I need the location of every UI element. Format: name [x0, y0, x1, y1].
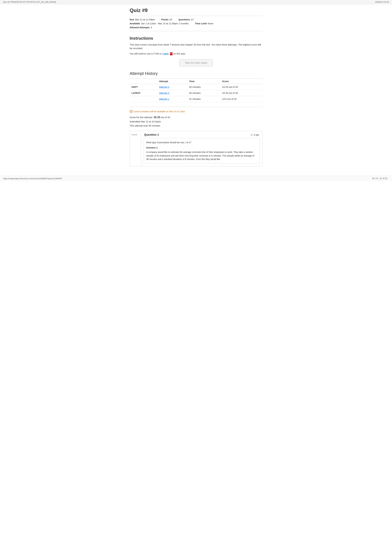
col-header-time: Time: [187, 78, 220, 84]
scenario-text: A company would like to estimate the ave…: [146, 150, 257, 161]
submitted-text: Submitted Mar 12 at 10:32pm: [130, 119, 262, 124]
score-line: Score for this attempt: 16.33 out of 20: [130, 115, 262, 120]
correct-answers-notice: ℹ Correct answers will be available on M…: [130, 110, 262, 113]
questions-value: 27: [191, 18, 194, 21]
time-limit-info: Time Limit None: [195, 22, 213, 25]
main-content: Quiz #9 Due Mar 12 at 11:59pm Points 20 …: [125, 4, 267, 173]
due-value: Mar 12 at 11:59pm: [135, 18, 155, 21]
browser-top-bar: Quiz #9: PRINCIPLES OF STATISTICS (ST_20…: [0, 0, 392, 4]
take-quiz-again-button[interactable]: Take the Quiz Again: [180, 59, 212, 66]
score-value: 16.33: [154, 116, 160, 119]
col-header-score: Score: [220, 78, 262, 84]
notice-area: ℹ Correct answers will be available on M…: [130, 107, 262, 128]
score-info: Score for this attempt: 16.33 out of 20 …: [130, 115, 262, 128]
due-label: Due: [130, 18, 134, 21]
question-header: Question 1 1 / 2 pts: [141, 131, 262, 138]
attempt-link-kept[interactable]: Attempt 2: [159, 86, 169, 88]
time-limit-value: None: [208, 22, 213, 25]
attempt-time-text: This attempt took 30 minutes.: [130, 124, 262, 128]
tab-title: Quiz #9: PRINCIPLES OF STATISTICS (ST_20…: [3, 1, 56, 3]
allowed-attempts-value: 3: [151, 26, 152, 29]
bottom-bar: https://oregonstate.instructure.com/cour…: [0, 176, 392, 181]
attempt-link-1[interactable]: Attempt 1: [159, 97, 169, 100]
bottom-url: https://oregonstate.instructure.com/cour…: [3, 178, 62, 180]
question-1-card: Partial Question 1 1 / 2 pts What type o…: [130, 131, 262, 166]
ttable-suffix: on this quiz.: [173, 52, 186, 55]
instructions-paragraph: This Quiz covers concepts from week 7 le…: [130, 43, 262, 50]
questions-label: Questions: [178, 18, 190, 21]
row-label-kept: KEPT: [130, 84, 157, 90]
info-circle-icon: ℹ: [130, 110, 133, 113]
score-suffix-text: out of 20: [161, 116, 170, 119]
points-value: 20: [169, 18, 172, 21]
bottom-page-info: 第 1 页（共 18 页）: [372, 177, 389, 180]
points-info: Points 20: [161, 18, 172, 21]
question-prompt: What type of procedure should we use, t …: [146, 141, 257, 144]
time-limit-label: Time Limit: [195, 22, 207, 25]
question-content: Question 1 1 / 2 pts What type of proced…: [141, 131, 262, 166]
info-row-1: Due Mar 12 at 11:59pm Points 20 Question…: [130, 18, 262, 21]
available-suffix: 2 months: [179, 22, 189, 25]
table-row: LATEST Attempt 2 30 minutes 16.33 out of…: [130, 90, 262, 96]
timestamp: 2018/3/12 22:33: [375, 1, 389, 3]
col-header-1: [130, 78, 157, 84]
allowed-attempts-info: Allowed Attempts 3: [130, 26, 152, 29]
question-title: Question 1: [144, 133, 159, 136]
table-row: Attempt 1 31 minutes 14.5 out of 20: [130, 96, 262, 102]
attempt-score-kept: 16.33 out of 20: [220, 84, 262, 90]
row-label-latest: LATEST: [130, 90, 157, 96]
available-value: Jan 1 at 12am - Mar 14 at 11:59pm: [141, 22, 178, 25]
instructions-ttable-line: You will need to use a TI-84 or t-table …: [130, 52, 262, 55]
available-info: Available Jan 1 at 12am - Mar 14 at 11:5…: [130, 22, 189, 25]
pdf-icon[interactable]: PDF: [170, 52, 173, 55]
available-label: Available: [130, 22, 140, 25]
row-label-3: [130, 96, 157, 102]
scenario-label: Scenario 1:: [146, 146, 257, 149]
quiz-title: Quiz #9: [130, 7, 262, 13]
info-row-3: Allowed Attempts 3: [130, 25, 262, 29]
attempt-history-title: Attempt History: [130, 71, 262, 76]
allowed-attempts-label: Allowed Attempts: [130, 26, 150, 29]
questions-info: Questions 27: [178, 18, 194, 21]
attempt-history-table: Attempt Time Score KEPT Attempt 2 30 min…: [130, 78, 262, 102]
question-body: What type of procedure should we use, t …: [144, 138, 260, 164]
attempt-time-kept: 30 minutes: [187, 84, 220, 90]
info-row-2: Available Jan 1 at 12am - Mar 14 at 11:5…: [130, 21, 262, 25]
notice-text: Correct answers will be available on Mar…: [133, 110, 185, 113]
attempt-time-1: 31 minutes: [187, 96, 220, 102]
points-label: Points: [161, 18, 168, 21]
question-side-label: Partial: [130, 131, 141, 166]
col-header-attempt: Attempt: [157, 78, 187, 84]
due-info: Due Mar 12 at 11:59pm: [130, 18, 155, 21]
attempt-link-latest[interactable]: Attempt 2: [159, 92, 169, 94]
quiz-info-table: Due Mar 12 at 11:59pm Points 20 Question…: [130, 16, 262, 31]
quiz-btn-container: Take the Quiz Again: [130, 59, 262, 66]
ttable-prefix: You will need to use a TI-84 or: [130, 52, 162, 55]
ttable-link[interactable]: t-table: [162, 52, 169, 55]
table-row: KEPT Attempt 2 30 minutes 16.33 out of 2…: [130, 84, 262, 90]
instructions-title: Instructions: [130, 36, 262, 41]
attempt-score-1: 14.5 out of 20: [220, 96, 262, 102]
attempt-time-latest: 30 minutes: [187, 90, 220, 96]
question-pts: 1 / 2 pts: [251, 133, 259, 136]
score-prefix: Score for this attempt:: [130, 116, 153, 119]
attempt-score-latest: 16.33 out of 20: [220, 90, 262, 96]
